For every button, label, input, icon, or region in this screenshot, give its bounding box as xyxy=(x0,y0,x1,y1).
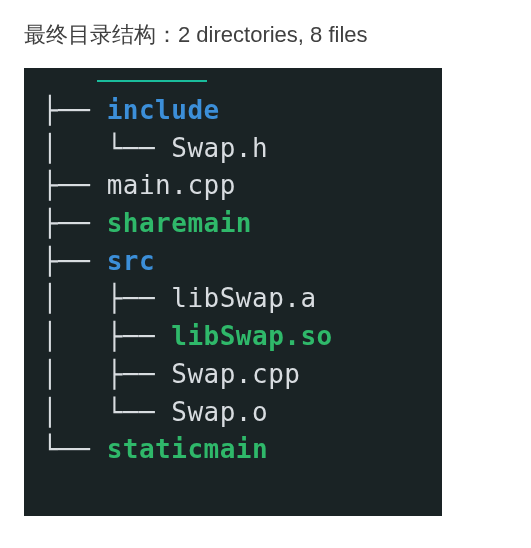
tree-row: │ └── Swap.h xyxy=(42,130,424,168)
tree-row: ├── main.cpp xyxy=(42,167,424,205)
branch-glyph: │ └── xyxy=(42,133,171,163)
entry-staticmain: staticmain xyxy=(107,434,269,464)
branch-glyph: ├── xyxy=(42,246,107,276)
branch-glyph: ├── xyxy=(42,208,107,238)
tree-row: │ └── Swap.o xyxy=(42,394,424,432)
entry-libswap-so: libSwap.so xyxy=(171,321,333,351)
tree-row: ├── src xyxy=(42,243,424,281)
branch-glyph: │ ├── xyxy=(42,359,171,389)
tree-row: ├── sharemain xyxy=(42,205,424,243)
tree-row: │ ├── Swap.cpp xyxy=(42,356,424,394)
branch-glyph: │ └── xyxy=(42,397,171,427)
tree-row: │ ├── libSwap.a xyxy=(42,280,424,318)
entry-swap-cpp: Swap.cpp xyxy=(171,359,300,389)
branch-glyph: ├── xyxy=(42,170,107,200)
page-heading: 最终目录结构：2 directories, 8 files xyxy=(24,20,507,50)
branch-glyph: │ ├── xyxy=(42,321,171,351)
entry-swap-h: Swap.h xyxy=(171,133,268,163)
entry-src: src xyxy=(107,246,155,276)
branch-glyph: └── xyxy=(42,434,107,464)
entry-main-cpp: main.cpp xyxy=(107,170,236,200)
tree-row: ├── include xyxy=(42,92,424,130)
entry-sharemain: sharemain xyxy=(107,208,252,238)
branch-glyph: │ ├── xyxy=(42,283,171,313)
tree-row: └── staticmain xyxy=(42,431,424,469)
branch-glyph: ├── xyxy=(42,95,107,125)
entry-swap-o: Swap.o xyxy=(171,397,268,427)
tree-output: ├── include │ └── Swap.h ├── main.cpp ├─… xyxy=(24,68,442,516)
tree-row: │ ├── libSwap.so xyxy=(42,318,424,356)
top-decoration xyxy=(42,82,424,86)
entry-include: include xyxy=(107,95,220,125)
entry-libswap-a: libSwap.a xyxy=(171,283,316,313)
